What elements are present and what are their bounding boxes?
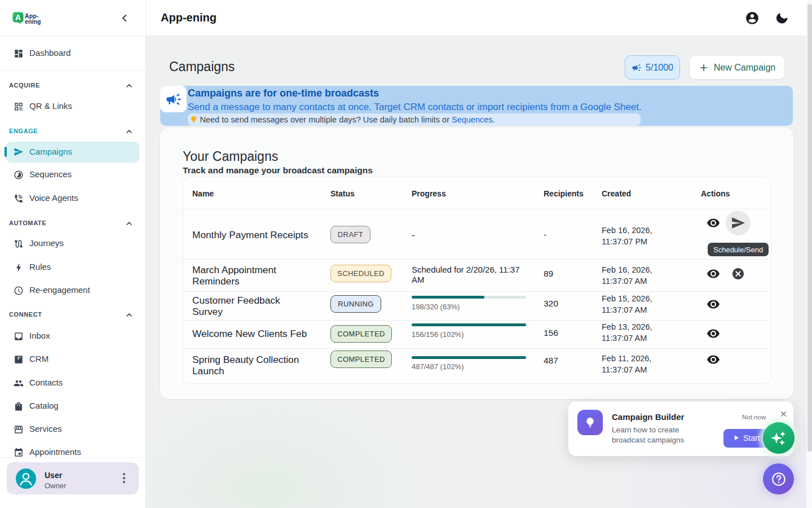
svg-text:A: A <box>15 13 21 22</box>
